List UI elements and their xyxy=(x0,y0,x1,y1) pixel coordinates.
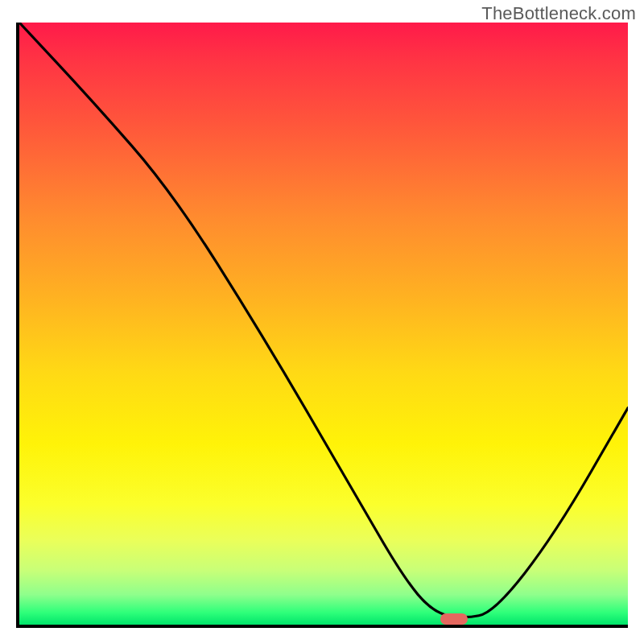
optimal-marker xyxy=(440,613,468,625)
watermark-text: TheBottleneck.com xyxy=(481,3,636,24)
chart-container: TheBottleneck.com xyxy=(0,0,644,644)
plot-area xyxy=(16,23,628,628)
bottleneck-curve xyxy=(19,23,628,625)
